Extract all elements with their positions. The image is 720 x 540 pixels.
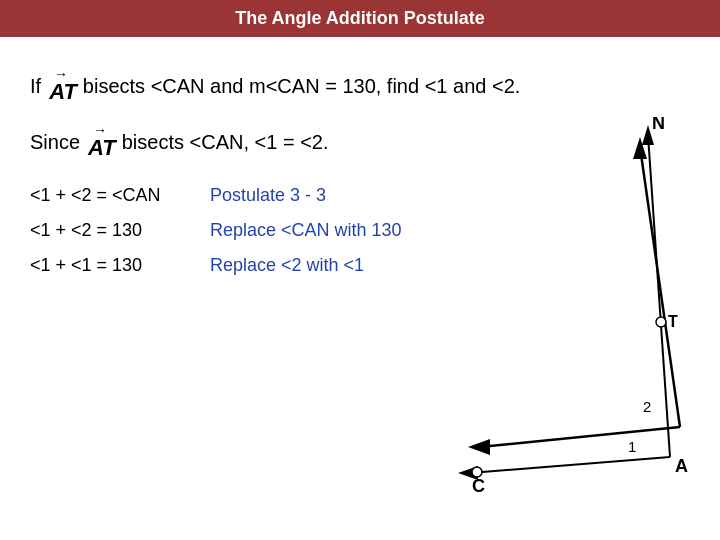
label-angle-1: 1 xyxy=(628,438,636,455)
vector-at-1: → AT xyxy=(49,67,77,105)
line1: If → AT bisects <CAN and m<CAN = 130, fi… xyxy=(30,67,690,105)
label-angle-2: 2 xyxy=(643,398,651,415)
label-A: A xyxy=(675,456,688,476)
angle-diagram-clean: N T C A 1 2 xyxy=(450,117,700,497)
since-text: Since xyxy=(30,131,80,154)
eq1-left: <1 + <2 = <CAN xyxy=(30,185,210,206)
label-T: T xyxy=(668,313,678,330)
label-C: C xyxy=(472,476,485,496)
line2-rest: bisects <CAN, <1 = <2. xyxy=(122,131,329,154)
title-bar: The Angle Addition Postulate xyxy=(0,0,720,37)
eq3-right: Replace <2 with <1 xyxy=(210,255,364,276)
svg-point-8 xyxy=(656,317,666,327)
line1-rest: bisects <CAN and m<CAN = 130, find <1 an… xyxy=(83,75,520,98)
vector-at-2: → AT xyxy=(88,123,116,161)
eq2-left: <1 + <2 = 130 xyxy=(30,220,210,241)
eq3-left: <1 + <1 = 130 xyxy=(30,255,210,276)
label-N: N xyxy=(652,117,665,133)
diagram: N T C A 1 2 xyxy=(450,117,700,491)
main-content: If → AT bisects <CAN and m<CAN = 130, fi… xyxy=(0,37,720,540)
if-text: If xyxy=(30,75,41,98)
eq1-right: Postulate 3 - 3 xyxy=(210,185,326,206)
title-text: The Angle Addition Postulate xyxy=(235,8,485,28)
svg-line-6 xyxy=(470,457,670,473)
eq2-right: Replace <CAN with 130 xyxy=(210,220,402,241)
